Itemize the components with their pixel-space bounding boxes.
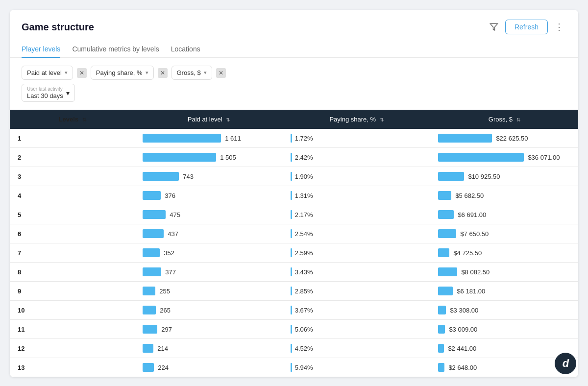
gross-bar-cell: $2 441.00 (438, 344, 570, 353)
logo-badge: d (555, 353, 576, 374)
chevron-down-icon: ▾ (65, 70, 68, 76)
filter-close-paying[interactable]: ✕ (158, 68, 168, 78)
paying-value: 3.43% (295, 268, 313, 276)
gross-value: $22 625.50 (496, 135, 528, 142)
page-title: Game structure (22, 22, 94, 33)
table-row: 3 743 1.90% $10 925.50 (10, 167, 578, 186)
more-options-button[interactable]: ⋮ (552, 19, 566, 35)
cell-paid: 1 505 (135, 148, 283, 167)
gross-bar-cell: $36 071.00 (438, 153, 570, 162)
refresh-button[interactable]: Refresh (505, 20, 548, 34)
table-row: 13 224 5.94% $2 648.00 (10, 358, 578, 377)
paid-bar (143, 363, 154, 372)
cell-paid: 255 (135, 282, 283, 301)
cell-paid: 214 (135, 339, 283, 358)
sort-icon-paid: ⇅ (226, 117, 230, 122)
cell-gross: $22 625.50 (430, 129, 578, 148)
paid-bar-cell: 377 (143, 267, 275, 276)
main-card: Game structure Refresh ⋮ Player levels C… (10, 10, 578, 377)
paying-bar-cell: 1.72% (291, 134, 423, 143)
cell-level: 11 (10, 320, 135, 339)
th-gross[interactable]: Gross, $ ⇅ (430, 110, 578, 129)
gross-bar (438, 153, 524, 162)
filter-close-paid[interactable]: ✕ (77, 68, 87, 78)
cell-gross: $8 082.50 (430, 263, 578, 282)
data-table: Levels ⇅ Paid at level ⇅ Paying share, %… (10, 110, 578, 377)
sub-filter-activity[interactable]: User last activity Last 30 days ▾ (22, 84, 75, 102)
gross-bar (438, 191, 451, 200)
gross-bar-cell: $7 650.50 (438, 229, 570, 238)
paid-value: 352 (164, 249, 174, 257)
tab-locations[interactable]: Locations (171, 41, 200, 58)
paying-bar (291, 172, 292, 181)
paid-value: 265 (160, 307, 171, 314)
filter-icon-button[interactable] (487, 20, 501, 34)
table-row: 8 377 3.43% $8 082.50 (10, 263, 578, 282)
sort-icon-paying: ⇅ (380, 117, 384, 122)
gross-bar-cell: $6 181.00 (438, 287, 570, 295)
filter-label-paid: Paid at level (27, 69, 62, 76)
logo-icon: d (563, 357, 568, 370)
gross-bar-cell: $4 725.50 (438, 248, 570, 257)
cell-level: 12 (10, 339, 135, 358)
th-paying[interactable]: Paying share, % ⇅ (283, 110, 431, 129)
paid-value: 437 (168, 230, 178, 238)
gross-bar (438, 287, 453, 295)
cell-paying: 2.85% (283, 282, 431, 301)
filter-chip-gross[interactable]: Gross, $ ▾ (172, 66, 212, 80)
paid-bar-cell: 475 (143, 210, 275, 219)
gross-value: $36 071.00 (528, 154, 560, 161)
filter-chip-paid-at-level[interactable]: Paid at level ▾ (22, 66, 73, 80)
gross-bar (438, 267, 457, 276)
paid-value: 1 611 (225, 135, 241, 142)
table-header: Levels ⇅ Paid at level ⇅ Paying share, %… (10, 110, 578, 129)
filters-row2: User last activity Last 30 days ▾ (10, 80, 578, 110)
paid-bar-cell: 214 (143, 344, 275, 353)
gross-bar (438, 325, 445, 334)
paying-bar-cell: 4.52% (291, 344, 423, 353)
paid-bar (143, 134, 221, 143)
cell-paying: 3.43% (283, 263, 431, 282)
gross-value: $2 648.00 (448, 364, 477, 371)
gross-value: $4 725.50 (453, 249, 482, 257)
th-paid[interactable]: Paid at level ⇅ (135, 110, 283, 129)
paying-bar (291, 344, 292, 353)
paying-value: 2.59% (295, 249, 313, 257)
paid-bar (143, 267, 161, 276)
paying-bar (291, 363, 292, 372)
svg-marker-0 (490, 24, 497, 30)
table-row: 7 352 2.59% $4 725.50 (10, 243, 578, 263)
cell-paid: 297 (135, 320, 283, 339)
paying-value: 3.67% (295, 307, 313, 314)
filter-close-gross[interactable]: ✕ (216, 68, 226, 78)
paid-bar (143, 191, 161, 200)
chevron-down-icon-3: ▾ (204, 70, 207, 76)
table-row: 5 475 2.17% $6 691.00 (10, 205, 578, 224)
th-levels[interactable]: Levels ⇅ (10, 110, 135, 129)
table-row: 4 376 1.31% $5 682.50 (10, 186, 578, 205)
paying-bar (291, 153, 292, 162)
paying-bar (291, 229, 292, 238)
filter-chip-paying-share[interactable]: Paying share, % ▾ (91, 66, 154, 80)
paying-value: 4.52% (295, 345, 313, 352)
cell-level: 7 (10, 243, 135, 263)
paying-value: 5.94% (295, 364, 313, 371)
paying-bar-cell: 3.43% (291, 267, 423, 276)
table-body: 1 1 611 1.72% $22 625.50 2 1 505 2.42% $… (10, 129, 578, 377)
page-container: Game structure Refresh ⋮ Player levels C… (0, 0, 588, 386)
tab-player-levels[interactable]: Player levels (22, 41, 60, 58)
cell-gross: $2 441.00 (430, 339, 578, 358)
paid-bar-cell: 376 (143, 191, 275, 200)
tab-cumulative-metrics[interactable]: Cumulative metrics by levels (72, 41, 159, 58)
sub-filter-label: User last activity (27, 86, 63, 92)
paying-bar-cell: 3.67% (291, 306, 423, 314)
gross-bar (438, 134, 492, 143)
filters-row: Paid at level ▾ ✕ Paying share, % ▾ ✕ Gr… (10, 58, 578, 80)
sort-icon-gross: ⇅ (516, 117, 520, 122)
gross-bar-cell: $2 648.00 (438, 363, 570, 372)
gross-value: $2 441.00 (448, 345, 476, 352)
paying-bar-cell: 2.17% (291, 210, 423, 219)
paid-bar (143, 248, 160, 257)
table-row: 1 1 611 1.72% $22 625.50 (10, 129, 578, 148)
cell-paying: 2.17% (283, 205, 431, 224)
